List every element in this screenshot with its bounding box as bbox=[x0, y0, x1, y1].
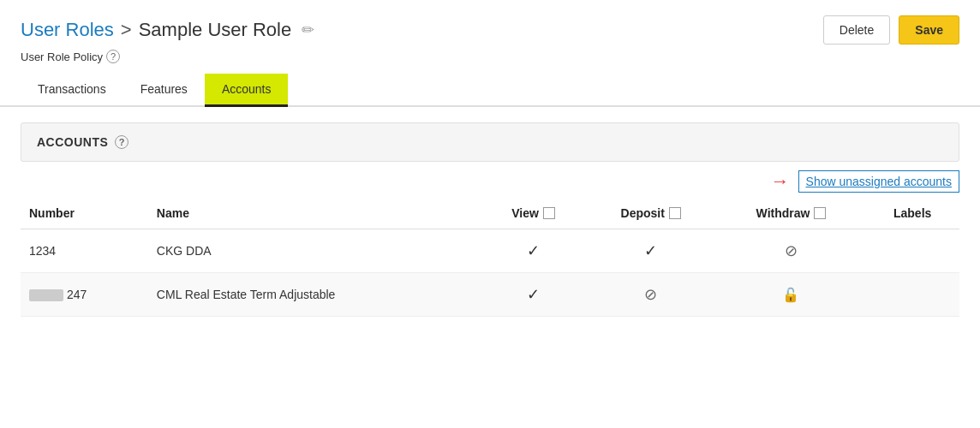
accounts-table: Number Name View Deposit bbox=[21, 198, 959, 317]
unassigned-row: → Show unassigned accounts bbox=[0, 162, 980, 198]
breadcrumb-parent-link[interactable]: User Roles bbox=[21, 19, 114, 41]
cell-deposit: ⊘ bbox=[585, 273, 717, 317]
show-unassigned-link[interactable]: Show unassigned accounts bbox=[798, 170, 959, 193]
table-row: 247CML Real Estate Term Adjustable✓⊘🔓 bbox=[21, 273, 959, 317]
accounts-table-wrapper: Number Name View Deposit bbox=[0, 198, 980, 317]
breadcrumb-separator: > bbox=[121, 19, 132, 41]
view-header-checkbox[interactable] bbox=[543, 207, 555, 219]
col-view: View bbox=[481, 198, 584, 229]
cell-number: 247 bbox=[21, 273, 148, 317]
cell-withdraw: 🔓 bbox=[717, 273, 866, 317]
arrow-right-icon: → bbox=[771, 170, 790, 193]
withdraw-header-checkbox[interactable] bbox=[814, 207, 826, 219]
tab-features[interactable]: Features bbox=[123, 74, 205, 107]
col-labels: Labels bbox=[865, 198, 959, 229]
cell-labels bbox=[865, 273, 959, 317]
check-icon: ✓ bbox=[644, 242, 657, 259]
cell-deposit: ✓ bbox=[585, 229, 717, 273]
check-icon: ✓ bbox=[527, 286, 540, 303]
cell-withdraw: ⊘ bbox=[717, 229, 866, 273]
cell-view: ✓ bbox=[481, 229, 584, 273]
no-entry-icon: ⊘ bbox=[785, 242, 798, 259]
breadcrumb-current: Sample User Role bbox=[139, 19, 292, 41]
tab-accounts[interactable]: Accounts bbox=[205, 74, 289, 107]
edit-icon[interactable]: ✏ bbox=[302, 21, 314, 39]
breadcrumb: User Roles > Sample User Role ✏ bbox=[21, 19, 314, 41]
cell-labels bbox=[865, 229, 959, 273]
cell-number: 1234 bbox=[21, 229, 148, 273]
page-header: User Roles > Sample User Role ✏ Delete S… bbox=[0, 0, 980, 48]
deposit-header-checkbox[interactable] bbox=[669, 207, 681, 219]
col-withdraw: Withdraw bbox=[717, 198, 866, 229]
delete-button[interactable]: Delete bbox=[823, 15, 890, 45]
section-help-icon[interactable]: ? bbox=[115, 135, 128, 149]
tab-transactions[interactable]: Transactions bbox=[21, 74, 123, 107]
section-title: ACCOUNTS ? bbox=[37, 135, 943, 149]
redacted-block bbox=[29, 289, 63, 301]
header-buttons: Delete Save bbox=[823, 15, 959, 45]
accounts-section: ACCOUNTS ? bbox=[21, 122, 959, 162]
col-deposit: Deposit bbox=[585, 198, 717, 229]
policy-line: User Role Policy ? bbox=[0, 48, 980, 74]
cell-name: CKG DDA bbox=[148, 229, 481, 273]
col-name: Name bbox=[148, 198, 481, 229]
save-button[interactable]: Save bbox=[899, 15, 959, 45]
cell-view: ✓ bbox=[481, 273, 584, 317]
policy-help-icon[interactable]: ? bbox=[106, 50, 120, 63]
cell-name: CML Real Estate Term Adjustable bbox=[148, 273, 481, 317]
tab-bar: Transactions Features Accounts bbox=[0, 74, 980, 107]
check-icon: ✓ bbox=[527, 242, 540, 259]
table-row: 1234CKG DDA✓✓⊘ bbox=[21, 229, 959, 273]
col-number: Number bbox=[21, 198, 148, 229]
policy-label: User Role Policy bbox=[21, 51, 103, 63]
lock-icon: 🔓 bbox=[782, 288, 799, 302]
no-entry-icon: ⊘ bbox=[644, 286, 657, 303]
table-header-row: Number Name View Deposit bbox=[21, 198, 959, 229]
